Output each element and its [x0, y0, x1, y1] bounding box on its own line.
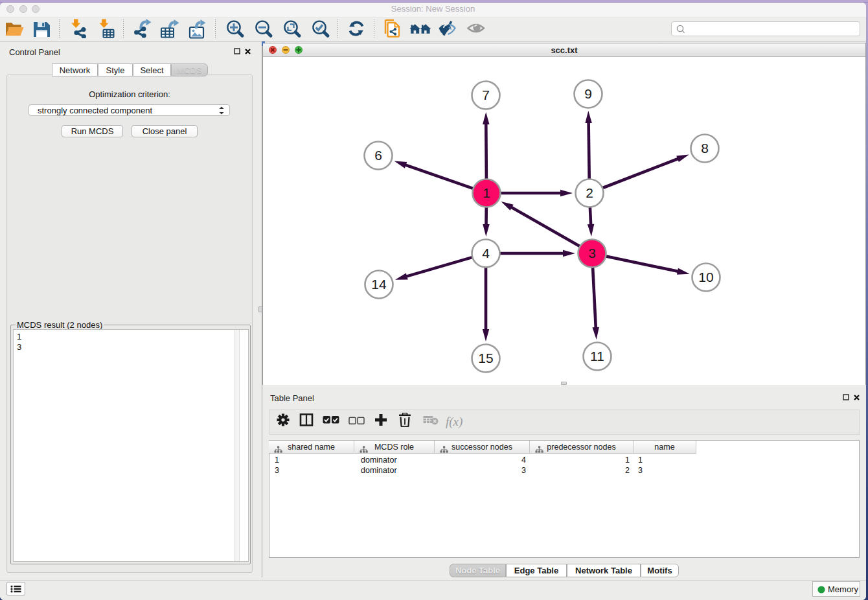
svg-text:3: 3 [588, 246, 596, 260]
svg-text:14: 14 [371, 277, 387, 292]
svg-text:8: 8 [701, 141, 709, 156]
svg-text:7: 7 [482, 87, 490, 102]
svg-text:11: 11 [590, 349, 604, 363]
svg-text:6: 6 [374, 148, 382, 163]
svg-text:1: 1 [483, 185, 490, 200]
svg-text:10: 10 [698, 270, 713, 284]
svg-text:4: 4 [482, 246, 490, 260]
svg-text:15: 15 [478, 351, 493, 365]
svg-text:9: 9 [584, 86, 592, 101]
svg-text:2: 2 [586, 185, 593, 200]
